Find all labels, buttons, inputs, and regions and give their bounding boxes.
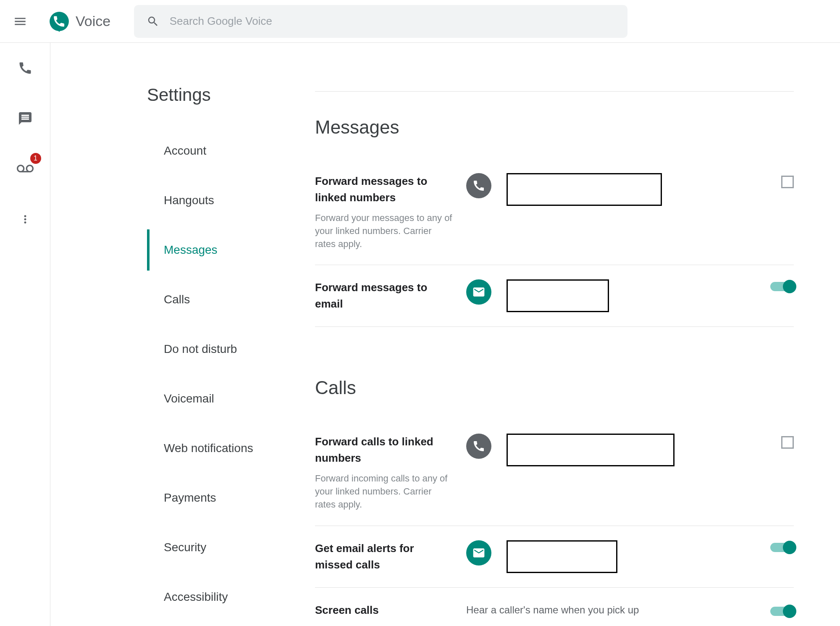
email-field[interactable] xyxy=(507,279,609,312)
settings-title: Settings xyxy=(147,85,315,105)
voicemail-badge: 1 xyxy=(30,153,41,164)
setting-screen-calls: Screen calls Hear a caller's name when y… xyxy=(315,588,794,626)
left-rail: 1 xyxy=(0,43,50,626)
nav-payments[interactable]: Payments xyxy=(147,473,315,523)
search-bar[interactable] xyxy=(134,5,627,38)
voice-logo-icon xyxy=(49,11,70,32)
voicemail-tab-icon[interactable]: 1 xyxy=(17,160,34,177)
nav-security[interactable]: Security xyxy=(147,523,315,572)
search-icon xyxy=(147,15,159,28)
desc-forward-calls-linked: Forward incoming calls to any of your li… xyxy=(315,472,454,511)
checkbox-forward-calls-linked[interactable] xyxy=(781,436,794,449)
nav-accessibility[interactable]: Accessibility xyxy=(147,572,315,622)
email-icon xyxy=(466,540,491,566)
checkbox-forward-msg-linked[interactable] xyxy=(781,176,794,188)
section-title-messages: Messages xyxy=(315,117,794,138)
linked-number-field[interactable] xyxy=(507,173,662,206)
label-forward-msg-email: Forward messages to email xyxy=(315,279,454,312)
nav-hangouts[interactable]: Hangouts xyxy=(147,176,315,225)
label-forward-msg-linked: Forward messages to linked numbers xyxy=(315,173,454,206)
section-title-calls: Calls xyxy=(315,360,794,398)
label-screen-calls: Screen calls xyxy=(315,602,454,618)
menu-icon[interactable] xyxy=(12,13,29,30)
nav-calls[interactable]: Calls xyxy=(147,275,315,324)
desc-screen-calls: Hear a caller's name when you pick up xyxy=(466,604,639,616)
calls-tab-icon[interactable] xyxy=(17,60,34,76)
toggle-missed-call-email[interactable] xyxy=(770,543,794,552)
label-missed-call-email: Get email alerts for missed calls xyxy=(315,540,454,573)
nav-messages[interactable]: Messages xyxy=(147,225,315,275)
nav-webnotif[interactable]: Web notifications xyxy=(147,423,315,473)
more-icon[interactable] xyxy=(17,211,34,228)
app-name: Voice xyxy=(76,13,110,29)
logo[interactable]: Voice xyxy=(49,11,110,32)
phone-icon xyxy=(466,173,491,198)
settings-content: Messages Forward messages to linked numb… xyxy=(315,43,794,626)
linked-number-calls-field[interactable] xyxy=(507,434,675,466)
phone-icon xyxy=(466,434,491,459)
setting-forward-messages-linked: Forward messages to linked numbers Forwa… xyxy=(315,159,794,265)
nav-voicemail[interactable]: Voicemail xyxy=(147,374,315,423)
desc-forward-msg-linked: Forward your messages to any of your lin… xyxy=(315,212,454,250)
setting-missed-call-email: Get email alerts for missed calls xyxy=(315,526,794,588)
toggle-forward-msg-email[interactable] xyxy=(770,282,794,291)
setting-forward-calls-linked: Forward calls to linked numbers Forward … xyxy=(315,419,794,526)
settings-nav: Settings Account Hangouts Messages Calls… xyxy=(147,43,315,626)
missed-email-field[interactable] xyxy=(507,540,617,573)
nav-account[interactable]: Account xyxy=(147,126,315,176)
header: Voice xyxy=(0,0,840,43)
messages-tab-icon[interactable] xyxy=(17,110,34,127)
setting-forward-messages-email: Forward messages to email xyxy=(315,265,794,327)
nav-dnd[interactable]: Do not disturb xyxy=(147,324,315,374)
email-icon xyxy=(466,279,491,305)
toggle-screen-calls[interactable] xyxy=(770,607,794,616)
search-input[interactable] xyxy=(170,15,615,28)
label-forward-calls-linked: Forward calls to linked numbers xyxy=(315,434,454,466)
